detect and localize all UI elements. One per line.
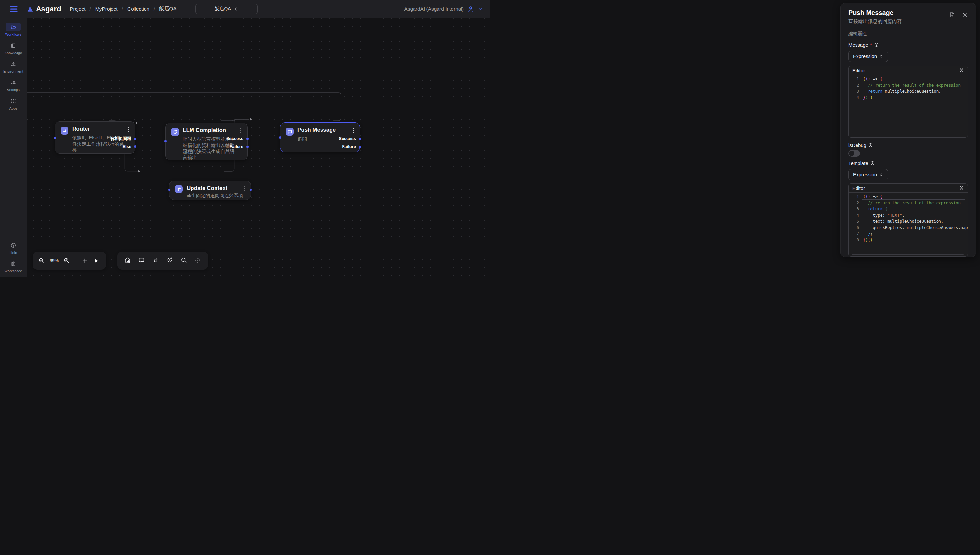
node-description: 追問 [298, 136, 307, 142]
sidebar-item-workflows[interactable]: Workflows [3, 23, 23, 36]
refresh-bulb-button[interactable] [166, 257, 173, 264]
swap-arrows-icon [61, 127, 68, 135]
folder-icon [10, 24, 16, 30]
node-title: LLM Completion [183, 127, 226, 133]
swap-arrows-button[interactable] [152, 257, 159, 264]
sidebar-item-label: Workflows [5, 32, 22, 36]
zoom-in-button[interactable] [63, 257, 70, 264]
home-add-button[interactable] [124, 257, 131, 264]
upload-icon [10, 61, 16, 67]
account-menu[interactable]: AsgardAI (Asgard Internal) [404, 5, 483, 13]
breadcrumb-separator: / [90, 6, 91, 12]
add-node-button[interactable] [81, 257, 88, 264]
sidebar: WorkflowsKnowledgeEnvironmentSettingsApp… [0, 18, 27, 278]
zoom-out-button[interactable] [38, 257, 45, 264]
grid-icon [10, 98, 16, 104]
breadcrumb-item[interactable]: Project [70, 6, 85, 12]
node-title: Router [72, 126, 90, 132]
sidebar-item-workspace[interactable]: Workspace [5, 259, 22, 273]
person-icon [467, 5, 474, 13]
sidebar-item-settings[interactable]: Settings [3, 78, 23, 92]
output-port[interactable] [134, 145, 136, 148]
refresh-bulb-icon [166, 257, 173, 265]
output-label: 有相似問題 [110, 136, 131, 142]
workflow-selector[interactable]: 飯店QA [195, 3, 258, 14]
swap-arrows-icon [152, 257, 159, 265]
sidebar-item-knowledge[interactable]: Knowledge [3, 41, 23, 55]
input-port[interactable] [168, 189, 170, 191]
select-chevrons-icon [234, 7, 239, 11]
refresh-bulb-icon [171, 128, 179, 136]
node-menu-button[interactable] [352, 127, 354, 133]
sliders-icon [10, 80, 16, 86]
zoom-out-icon [38, 257, 45, 264]
breadcrumb-separator: / [122, 6, 123, 12]
chevron-down-icon [477, 6, 483, 12]
search-button[interactable] [180, 257, 187, 264]
canvas-zoom-toolbar: 99% [33, 252, 106, 270]
node-push-message[interactable]: Push Message 追問 Success Failure [280, 122, 360, 152]
breadcrumb-item[interactable]: Collection [127, 6, 149, 12]
plus-icon [81, 257, 88, 264]
chat-bubble-button[interactable] [138, 257, 145, 264]
sidebar-item-apps[interactable]: Apps [3, 96, 23, 110]
input-port[interactable] [279, 136, 281, 139]
app-title: Asgard [36, 5, 61, 13]
output-port[interactable] [134, 138, 136, 140]
output-label: Failure [229, 144, 243, 149]
book-icon [10, 43, 16, 49]
output-port[interactable] [250, 189, 252, 191]
sidebar-item-environment[interactable]: Environment [3, 59, 23, 73]
workflow-selector-value: 飯店QA [214, 6, 231, 12]
output-port[interactable] [359, 146, 361, 148]
input-port[interactable] [54, 137, 56, 139]
sidebar-item-help[interactable]: Help [5, 241, 22, 255]
run-workflow-button[interactable] [92, 257, 99, 264]
search-icon [181, 257, 187, 265]
zoom-level: 99% [49, 258, 59, 263]
move-diamond-icon [194, 257, 201, 265]
play-icon [92, 257, 99, 264]
move-diamond-button[interactable] [194, 257, 202, 264]
node-description: 產生固定的追問問題與選項 [187, 192, 243, 199]
home-add-icon [124, 257, 131, 265]
output-port[interactable] [246, 138, 248, 140]
canvas-node-toolbar [117, 252, 208, 270]
output-label: Success [226, 136, 243, 142]
node-menu-button[interactable] [240, 128, 242, 134]
output-port[interactable] [359, 138, 361, 140]
breadcrumb-item[interactable]: MyProject [95, 6, 118, 12]
account-label: AsgardAI (Asgard Internal) [404, 6, 464, 12]
breadcrumb: Project/MyProject/Collection/飯店QA [70, 5, 177, 12]
sidebar-item-label: Settings [7, 88, 20, 92]
node-title: Push Message [298, 127, 336, 133]
logo-triangle-icon [27, 5, 34, 13]
node-title: Update Context [187, 185, 227, 192]
sidebar-item-label: Apps [9, 106, 17, 110]
output-label: Else [123, 144, 131, 149]
node-update-context[interactable]: Update Context 產生固定的追問問題與選項 [169, 181, 251, 200]
input-port[interactable] [164, 140, 167, 142]
sidebar-item-label: Environment [3, 69, 23, 73]
output-label: Failure [342, 144, 356, 149]
breadcrumb-separator: / [154, 6, 155, 12]
workflow-canvas[interactable]: Router 依據If、Else If、Else條件決定工作流程執行的路徑 有相… [27, 18, 490, 278]
chat-bubble-icon [138, 257, 145, 265]
node-menu-button[interactable] [243, 186, 245, 192]
help-icon [10, 242, 16, 248]
swap-arrows-icon [175, 185, 183, 193]
sidebar-item-label: Workspace [5, 269, 22, 273]
breadcrumb-item[interactable]: 飯店QA [159, 5, 176, 12]
zoom-in-icon [64, 257, 70, 264]
chat-bubble-icon [286, 128, 294, 135]
node-menu-button[interactable] [128, 127, 130, 133]
top-bar: Asgard Project/MyProject/Collection/飯店QA… [0, 0, 490, 18]
node-llm-completion[interactable]: LLM Completion 呼叫大型語言模型並產生結構化的資料輸出以輔助流程的… [165, 122, 248, 160]
app-logo: Asgard [27, 5, 61, 13]
gear-icon [10, 261, 16, 267]
output-port[interactable] [246, 146, 248, 148]
output-label: Success [339, 136, 356, 142]
menu-icon[interactable] [9, 4, 19, 14]
sidebar-item-label: Knowledge [5, 51, 22, 55]
node-router[interactable]: Router 依據If、Else If、Else條件決定工作流程執行的路徑 有相… [55, 121, 136, 154]
